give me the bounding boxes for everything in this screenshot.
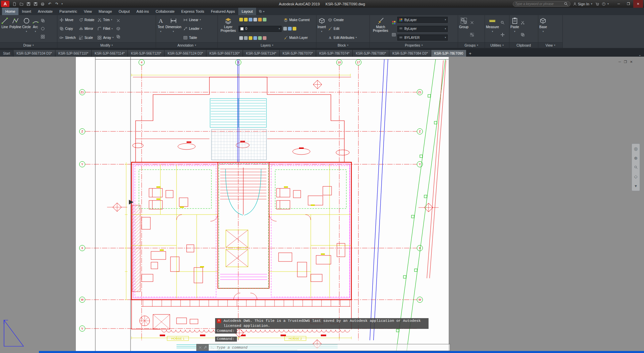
command-bar[interactable] [196, 344, 450, 351]
circle-button[interactable]: Circle ▾ [22, 16, 31, 42]
save-as-icon[interactable] [33, 1, 39, 7]
quick-select-icon[interactable] [500, 20, 505, 25]
help-menu[interactable]: ▾ [602, 2, 609, 6]
table-button[interactable]: Table [182, 35, 203, 41]
maximize-button[interactable]: ❐ [624, 0, 633, 8]
status-bar-strip[interactable] [39, 351, 644, 353]
rectangle-tool-icon[interactable] [41, 18, 45, 23]
drawing-minimize-icon[interactable]: ─ [618, 60, 621, 64]
array-button[interactable]: Array▾ [96, 35, 114, 41]
layer-thaw-icon[interactable] [244, 18, 248, 21]
tab-featured-apps[interactable]: Featured Apps [207, 8, 238, 15]
object-color-dropdown[interactable]: ByLayer ▾ [397, 17, 448, 23]
tab-express-tools[interactable]: Express Tools [178, 8, 207, 15]
doc-tab[interactable]: KSR-SJP-56ET134* [243, 50, 280, 57]
doc-tab[interactable]: KSR-SJP-78ET084 D3* [389, 50, 431, 57]
navigation-bar[interactable]: ◎ ⊕ ◇ ▾ [632, 143, 640, 191]
help-search-box[interactable] [513, 1, 571, 7]
navbar-caret-icon[interactable]: ▾ [635, 183, 637, 188]
clipboard-panel-label[interactable]: Clipboard [509, 42, 538, 48]
tab-parametric[interactable]: Parametric [56, 8, 81, 15]
block-panel-label[interactable]: Block ▾ [316, 42, 369, 48]
stretch-button[interactable]: Stretch [58, 35, 77, 41]
doc-tab[interactable]: KSR-SJP-56ET104 D3* [13, 50, 55, 57]
doc-tab[interactable]: KSR-SJP-56ET124 D3* [164, 50, 206, 57]
view-panel-label[interactable]: View ▾ [538, 42, 562, 48]
rotate-button[interactable]: Rotate [78, 17, 95, 23]
properties-list-icon[interactable] [392, 20, 396, 25]
floor-plan-drawing[interactable]: Z1 Z Y X W V Z1 Z Y X W 4 5 16 17 [76, 57, 449, 353]
app-store-button[interactable] [595, 2, 599, 6]
lineweight-dropdown[interactable]: ByLayer ▾ [397, 26, 448, 32]
new-file-icon[interactable] [11, 1, 17, 7]
search-input[interactable] [515, 2, 562, 6]
properties-panel-label[interactable]: Properties ▾ [370, 42, 458, 48]
autocad-logo-icon[interactable]: A [1, 1, 9, 7]
layer-dropdown[interactable]: 0 ▾ [239, 26, 282, 32]
polyline-button[interactable]: Polyline [9, 16, 21, 42]
annotation-panel-label[interactable]: Annotation ▾ [156, 42, 217, 48]
group-button[interactable]: Group [459, 16, 468, 42]
fillet-button[interactable]: Fillet▾ [96, 26, 114, 32]
layer-unisolate-icon[interactable] [263, 18, 266, 21]
drawing-canvas[interactable]: Z1 Z Y X W V Z1 Z Y X W 4 5 16 17 [0, 57, 644, 353]
tab-home[interactable]: Home [2, 8, 18, 15]
drawing-close-icon[interactable]: ✕ [630, 60, 633, 64]
tab-output[interactable]: Output [115, 8, 133, 15]
doc-tab[interactable]: KSR-SJP-56ET130* [206, 50, 243, 57]
layer-off-icon[interactable] [239, 36, 243, 40]
base-button[interactable]: Base ▾ [539, 16, 547, 42]
paste-button[interactable]: Paste ▾ [510, 16, 519, 42]
move-button[interactable]: Move [58, 17, 77, 23]
layer-match-icon[interactable] [283, 27, 287, 31]
group-edit-icon[interactable] [470, 33, 474, 37]
save-icon[interactable] [26, 1, 32, 7]
doc-tab[interactable]: KSR-SJP-78ET070* [280, 50, 316, 57]
ellipse-tool-icon[interactable] [41, 26, 45, 31]
close-button[interactable]: ✕ [633, 0, 643, 8]
doc-tab[interactable]: KSR-SJP-56ET114* [92, 50, 128, 57]
layer-delete-icon[interactable] [258, 36, 262, 40]
hatch-tool-icon[interactable] [41, 35, 45, 39]
doc-tab-active[interactable]: KSR-SJP-78ET090 [431, 50, 466, 57]
mirror-button[interactable]: Mirror [78, 26, 95, 32]
tab-add-ins[interactable]: Add-ins [133, 8, 152, 15]
scale-button[interactable]: Scale [78, 35, 95, 41]
drawing-restore-icon[interactable]: ❐ [624, 60, 627, 64]
match-layer-button[interactable]: Match Layer [283, 35, 311, 41]
utilities-panel-label[interactable]: Utilities ▾ [485, 42, 509, 48]
pan-icon[interactable]: ⊕ [634, 156, 638, 161]
layer-on-icon[interactable] [239, 18, 243, 21]
layers-panel-label[interactable]: Layers ▾ [218, 42, 316, 48]
plot-icon[interactable] [40, 1, 46, 7]
undo-icon[interactable]: ↶ [47, 1, 53, 7]
doc-tab[interactable]: KSR-SJP-56ET110* [55, 50, 92, 57]
doc-tab[interactable]: KSR-SJP-56ET120* [128, 50, 164, 57]
layout-paper[interactable]: Z1 Z Y X W V Z1 Z Y X W 4 5 16 17 [76, 57, 449, 353]
open-file-icon[interactable] [18, 1, 24, 7]
doc-tab[interactable]: KSR-SJP-78ET080* [353, 50, 389, 57]
draw-panel-label[interactable]: Draw ▾ [0, 42, 57, 48]
tab-layout[interactable]: Layout [238, 8, 256, 15]
linetype-dropdown[interactable]: BYLAYER ▾ [397, 35, 448, 41]
layer-copy-icon[interactable] [288, 27, 292, 31]
orbit-icon[interactable]: ◇ [634, 174, 638, 179]
qat-customize-caret-icon[interactable]: ▾ [61, 2, 63, 5]
explode-tool-icon[interactable] [116, 26, 120, 31]
edit-block-button[interactable]: Edit [327, 26, 358, 32]
steering-wheel-icon[interactable]: ◎ [634, 146, 638, 151]
edit-attributes-button[interactable]: Edit Attributes▾ [327, 35, 358, 41]
erase-tool-icon[interactable] [116, 18, 120, 23]
layer-extra-icons[interactable] [283, 26, 311, 32]
layer-plot-icon[interactable] [253, 18, 257, 21]
layer-restore-icon[interactable] [293, 27, 296, 31]
layer-tool-icons[interactable] [239, 35, 282, 41]
layer-isolate-icon[interactable] [258, 18, 262, 21]
layer-prev-icon[interactable] [263, 36, 266, 40]
properties-table-icon[interactable] [392, 33, 396, 37]
layer-lock-icon[interactable] [249, 18, 252, 21]
match-properties-button[interactable]: Match Properties [371, 16, 390, 42]
ribbon-display-toggle[interactable]: ▾ [256, 8, 267, 15]
modify-panel-label[interactable]: Modify ▾ [57, 42, 156, 48]
text-button[interactable]: Text ▾ [157, 16, 164, 42]
